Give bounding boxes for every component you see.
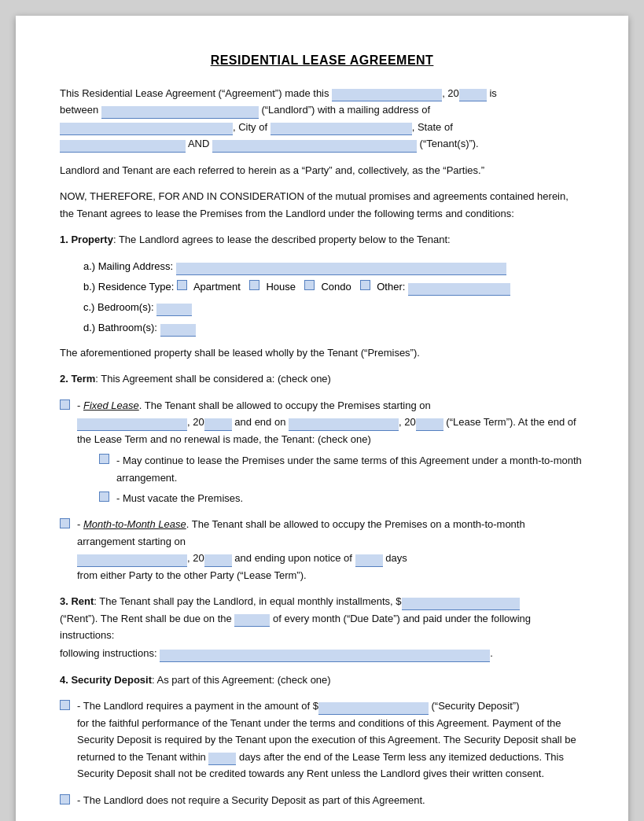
- vacate-checkbox[interactable]: [99, 491, 109, 502]
- rent-instructions-field[interactable]: [160, 650, 490, 662]
- apartment-checkbox[interactable]: [177, 280, 187, 290]
- no-security-deposit-text: - The Landlord does not require a Securi…: [77, 792, 425, 808]
- tenants-label: (“Tenant(s)”).: [420, 138, 479, 149]
- other-label: Other:: [377, 281, 405, 293]
- mailing-address-prop-field[interactable]: [176, 263, 506, 275]
- house-checkbox[interactable]: [249, 280, 259, 290]
- city-label: City of: [238, 121, 267, 133]
- year-field[interactable]: [459, 89, 487, 101]
- prop-a-row: a.) Mailing Address:: [83, 258, 584, 275]
- prop-d-label: d.) Bathroom(s):: [83, 322, 157, 333]
- intro-line1-text: This Residential Lease Agreement (“Agree…: [60, 87, 329, 99]
- intro-paragraph: This Residential Lease Agreement (“Agree…: [60, 85, 584, 153]
- fixed-sub-options: - May continue to lease the Premises und…: [99, 452, 584, 506]
- fixed-year2-prefix: 20: [404, 416, 415, 428]
- parties-paragraph: Landlord and Tenant are each referred to…: [60, 162, 584, 179]
- prop-a-label: a.) Mailing Address:: [83, 260, 173, 272]
- landlord-label: (“Landlord”) with a mailing address of: [261, 104, 430, 116]
- intro-between: between: [60, 104, 98, 116]
- fixed-year1-field[interactable]: [204, 418, 232, 431]
- premises-text: The aforementioned property shall be lea…: [60, 347, 420, 359]
- now-therefore-text: NOW, THEREFORE, FOR AND IN CONSIDERATION…: [60, 190, 569, 219]
- month-text3: from either Party to the other Party (“L…: [77, 569, 307, 581]
- parties-text: Landlord and Tenant are each referred to…: [60, 164, 484, 176]
- rent-amount-field[interactable]: [402, 598, 520, 610]
- month-days-label: days: [385, 552, 407, 564]
- section3-text1: : The Tenant shall pay the Landlord, in …: [94, 595, 401, 607]
- and-text: AND: [188, 138, 209, 149]
- section4-block: 4. Security Deposit: As part of this Agr…: [60, 672, 584, 688]
- state-label: State of: [418, 121, 453, 133]
- month-year-field[interactable]: [204, 554, 232, 567]
- fixed-lease-checkbox[interactable]: [60, 399, 70, 410]
- section3-block: 3. Rent: The Tenant shall pay the Landlo…: [60, 593, 584, 662]
- city-field[interactable]: [270, 123, 412, 135]
- fixed-end-date-field[interactable]: [289, 418, 399, 431]
- other-field[interactable]: [408, 283, 510, 296]
- condo-label: Condo: [321, 281, 351, 293]
- security-deposit-block: - The Landlord requires a payment in the…: [60, 698, 584, 782]
- section4-text: : As part of this Agreement: (check one): [152, 674, 331, 686]
- month-start-date-field[interactable]: [77, 554, 187, 567]
- section2-header: 2. Term: This Agreement shall be conside…: [60, 370, 584, 387]
- continue-lease-checkbox[interactable]: [99, 454, 109, 464]
- fixed-start-date-field[interactable]: [77, 418, 187, 431]
- apartment-label: Apartment: [193, 281, 241, 293]
- section3-title: 3. Rent: [60, 595, 94, 607]
- section4-title: 4. Security Deposit: [60, 674, 152, 686]
- state-field[interactable]: [60, 140, 186, 153]
- security-deposit-label: (“Security Deposit”): [432, 700, 520, 712]
- landlord-name-field[interactable]: [101, 106, 259, 119]
- fixed-year2-field[interactable]: [416, 418, 443, 431]
- intro-is: is: [489, 87, 496, 99]
- document-title: RESIDENTIAL LEASE AGREEMENT: [60, 53, 584, 68]
- fixed-sub2-text: - Must vacate the Premises.: [116, 490, 243, 506]
- rent-due-date-field[interactable]: [234, 614, 270, 627]
- month-year-prefix: 20: [193, 552, 204, 564]
- condo-checkbox[interactable]: [304, 280, 315, 290]
- prop-b-label: b.) Residence Type:: [83, 281, 174, 293]
- prop-d-row: d.) Bathroom(s):: [83, 319, 584, 337]
- month-lease-checkbox[interactable]: [60, 518, 70, 528]
- security-amount-field[interactable]: [318, 702, 429, 715]
- security-days-label: days: [239, 751, 260, 763]
- document-page: RESIDENTIAL LEASE AGREEMENT This Residen…: [16, 16, 628, 821]
- fixed-lease-title: Fixed Lease: [83, 399, 139, 411]
- tenant-name-field[interactable]: [212, 140, 417, 153]
- prop-b-row: b.) Residence Type: Apartment House Cond…: [83, 278, 584, 296]
- year-prefix: 20: [447, 87, 458, 99]
- prop-c-row: c.) Bedroom(s):: [83, 299, 584, 316]
- rent-label: (“Rent”). The Rent shall be due on the: [60, 613, 232, 624]
- security-deposit-checkbox[interactable]: [60, 700, 70, 710]
- month-dash: -: [77, 518, 83, 530]
- no-security-deposit-checkbox[interactable]: [60, 794, 70, 804]
- bedrooms-field[interactable]: [156, 304, 192, 316]
- fixed-year1-prefix: 20: [193, 416, 204, 428]
- dash-text: -: [77, 399, 83, 411]
- month-days-field[interactable]: [355, 554, 383, 567]
- month-lease-title: Month-to-Month Lease: [83, 518, 186, 530]
- property-fields: a.) Mailing Address: b.) Residence Type:…: [83, 258, 584, 337]
- fixed-lease-text1: . The Tenant shall be allowed to occupy …: [139, 399, 431, 411]
- mailing-address-field[interactable]: [60, 123, 233, 135]
- section2-text: : This Agreement shall be considered a: …: [95, 373, 331, 385]
- fixed-sub1-text: - May continue to lease the Premises und…: [116, 452, 584, 486]
- and-end-text: and end on: [234, 416, 285, 428]
- bathrooms-field[interactable]: [160, 324, 196, 337]
- section1-title: 1. Property: [60, 234, 113, 245]
- now-therefore-paragraph: NOW, THEREFORE, FOR AND IN CONSIDERATION…: [60, 188, 584, 222]
- security-text1: - The Landlord requires a payment in the…: [77, 700, 318, 712]
- prop-c-label: c.) Bedroom(s):: [83, 301, 154, 313]
- date-field[interactable]: [332, 89, 442, 101]
- section1-text: : The Landlord agrees to lease the descr…: [113, 234, 451, 245]
- no-security-deposit-block: - The Landlord does not require a Securi…: [60, 792, 584, 808]
- month-text2: and ending upon notice of: [234, 552, 352, 564]
- security-days-field[interactable]: [208, 753, 236, 765]
- premises-paragraph: The aforementioned property shall be lea…: [60, 344, 584, 361]
- section2-title: 2. Term: [60, 373, 95, 385]
- house-label: House: [266, 281, 296, 293]
- month-lease-block: - Month-to-Month Lease. The Tenant shall…: [60, 516, 584, 584]
- section1-header: 1. Property: The Landlord agrees to leas…: [60, 231, 584, 248]
- fixed-lease-block: - Fixed Lease. The Tenant shall be allow…: [60, 397, 584, 507]
- other-checkbox[interactable]: [360, 280, 370, 290]
